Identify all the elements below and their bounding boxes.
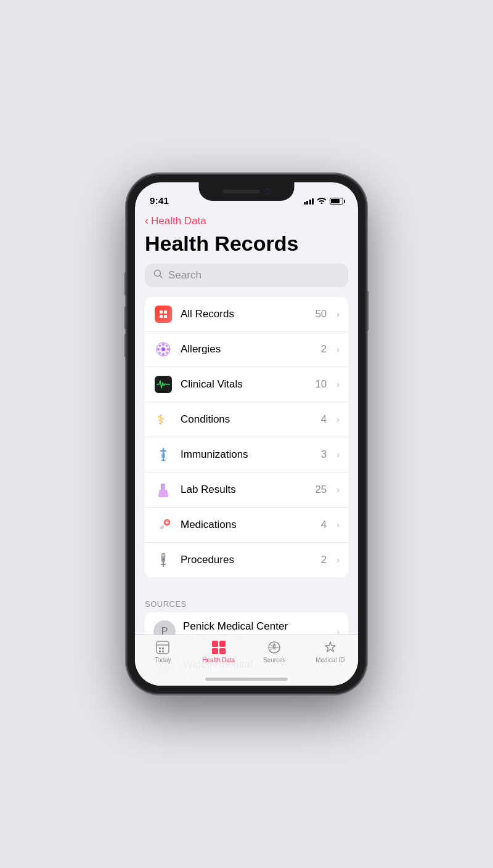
- svg-rect-5: [164, 315, 167, 318]
- page-wrapper: 9:41: [0, 0, 493, 868]
- list-item-lab-results[interactable]: Lab Results 25 ›: [145, 473, 348, 508]
- lab-results-count: 25: [315, 484, 327, 496]
- svg-point-12: [159, 345, 161, 347]
- allergies-label: Allergies: [181, 343, 314, 355]
- back-label[interactable]: Health Data: [151, 215, 206, 227]
- list-item-procedures[interactable]: Procedures 2 ›: [145, 543, 348, 577]
- phone-screen: 9:41: [135, 182, 358, 686]
- svg-line-1: [160, 276, 163, 278]
- svg-rect-38: [159, 651, 161, 652]
- tab-health-data[interactable]: Health Data: [191, 640, 247, 663]
- svg-point-11: [167, 348, 169, 351]
- svg-point-8: [162, 343, 165, 346]
- list-item-clinical-vitals[interactable]: Clinical Vitals 10 ›: [145, 367, 348, 402]
- conditions-label: Conditions: [181, 413, 314, 426]
- battery-fill: [331, 199, 340, 203]
- svg-rect-42: [212, 648, 218, 654]
- procedures-count: 2: [321, 554, 327, 566]
- all-records-label: All Records: [181, 308, 308, 320]
- today-icon: [155, 640, 170, 655]
- lab-results-icon: [153, 480, 173, 500]
- nav-back[interactable]: ‹ Health Data: [135, 209, 358, 230]
- lab-results-chevron-icon: ›: [336, 485, 340, 495]
- clinical-vitals-icon: [153, 375, 173, 394]
- camera: [264, 189, 271, 195]
- list-item-allergies[interactable]: Allergies 2 ›: [145, 332, 348, 367]
- all-records-chevron-icon: ›: [336, 309, 340, 319]
- signal-bar-3: [309, 200, 311, 205]
- clinical-vitals-label: Clinical Vitals: [181, 378, 308, 391]
- lab-results-label: Lab Results: [181, 484, 308, 496]
- svg-rect-43: [219, 648, 226, 654]
- medical-id-icon: [323, 640, 338, 655]
- tab-today[interactable]: Today: [135, 640, 191, 663]
- svg-rect-3: [164, 310, 167, 314]
- tab-today-label: Today: [155, 657, 171, 663]
- list-item-conditions[interactable]: ⚕ Conditions 4 ›: [145, 402, 348, 437]
- tab-health-data-label: Health Data: [202, 657, 235, 663]
- clinical-vitals-count: 10: [315, 378, 327, 391]
- svg-rect-2: [160, 310, 163, 314]
- phone-shell: 9:41: [126, 174, 367, 694]
- svg-point-28: [159, 525, 165, 530]
- svg-point-7: [161, 347, 165, 351]
- tab-sources[interactable]: Sources: [246, 640, 303, 663]
- list-item-all-records[interactable]: All Records 50 ›: [145, 297, 348, 332]
- conditions-icon: ⚕: [153, 410, 173, 429]
- immunizations-label: Immunizations: [181, 448, 314, 461]
- svg-rect-36: [159, 647, 161, 649]
- wifi-icon: [317, 197, 327, 206]
- conditions-chevron-icon: ›: [336, 415, 340, 424]
- medications-icon: [153, 515, 173, 535]
- page-title: Health Records: [135, 230, 358, 264]
- svg-point-31: [163, 559, 165, 561]
- search-icon: [153, 269, 163, 282]
- content-area[interactable]: ‹ Health Data Health Records Search: [135, 209, 358, 686]
- conditions-count: 4: [321, 413, 327, 426]
- all-records-count: 50: [315, 308, 327, 320]
- svg-point-10: [157, 348, 160, 351]
- medications-label: Medications: [181, 519, 314, 531]
- search-placeholder: Search: [168, 269, 202, 282]
- speaker: [222, 190, 259, 193]
- signal-bar-2: [306, 201, 308, 205]
- medications-chevron-icon: ›: [336, 520, 340, 530]
- sources-icon: [267, 640, 282, 655]
- records-list: All Records 50 ›: [145, 297, 348, 577]
- notch: [199, 182, 295, 201]
- svg-rect-37: [162, 647, 164, 649]
- tab-sources-label: Sources: [263, 657, 286, 663]
- svg-rect-4: [160, 315, 163, 318]
- list-item-immunizations[interactable]: Immunizations 3 ›: [145, 437, 348, 473]
- immunizations-icon: [153, 445, 173, 464]
- svg-rect-40: [212, 641, 218, 647]
- sources-section-header: SOURCES: [135, 587, 358, 612]
- procedures-icon: [153, 550, 173, 570]
- list-item-medications[interactable]: Medications 4 ›: [145, 508, 348, 543]
- svg-point-9: [162, 353, 165, 355]
- search-bar[interactable]: Search: [145, 264, 348, 287]
- allergies-count: 2: [321, 343, 327, 355]
- all-records-icon: [153, 304, 173, 324]
- allergies-chevron-icon: ›: [336, 344, 340, 354]
- health-data-icon: [211, 640, 226, 655]
- status-time: 9:41: [150, 195, 169, 206]
- battery-icon: [330, 198, 343, 205]
- tab-medical-id-label: Medical ID: [316, 657, 344, 663]
- svg-rect-19: [161, 453, 165, 458]
- svg-point-15: [166, 352, 168, 354]
- svg-rect-39: [162, 651, 164, 652]
- svg-point-13: [166, 345, 168, 347]
- penick-name: Penick Medical Center: [183, 620, 329, 633]
- svg-text:⚕: ⚕: [157, 412, 165, 428]
- signal-bar-1: [304, 202, 306, 205]
- tab-medical-id[interactable]: Medical ID: [303, 640, 359, 663]
- signal-bars: [304, 198, 314, 205]
- svg-point-14: [159, 352, 161, 354]
- clinical-vitals-chevron-icon: ›: [336, 379, 340, 389]
- procedures-chevron-icon: ›: [336, 555, 340, 565]
- svg-rect-41: [219, 641, 226, 647]
- svg-rect-30: [162, 554, 165, 556]
- immunizations-count: 3: [321, 448, 327, 461]
- svg-rect-23: [161, 484, 162, 490]
